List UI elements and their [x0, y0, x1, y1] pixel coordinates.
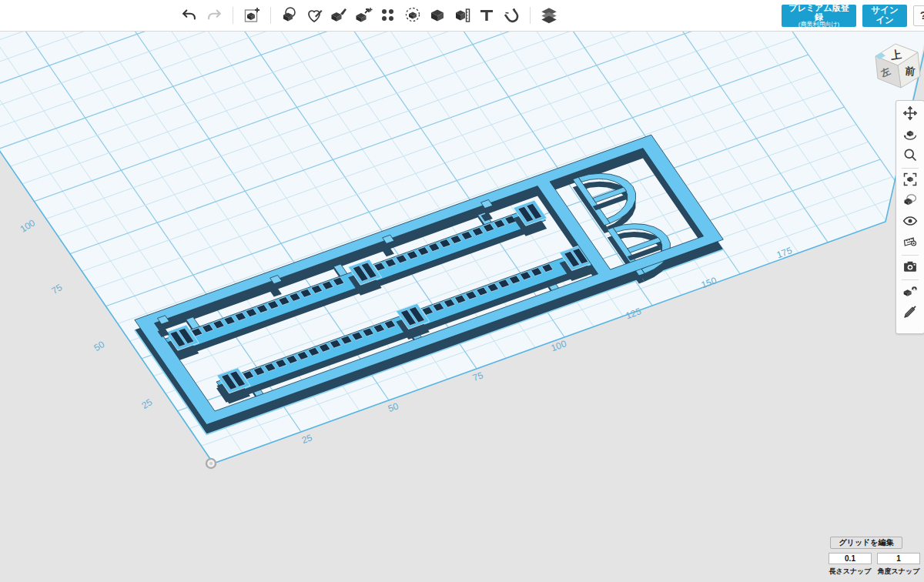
tools-group [277, 5, 524, 26]
svg-text:50: 50 [387, 400, 400, 414]
view-cube-front-label[interactable]: 前 [905, 65, 916, 77]
view-cube-top-label[interactable]: 上 [889, 48, 902, 62]
keyboard-eye-icon [902, 234, 918, 253]
history-group [177, 5, 226, 26]
signin-button[interactable]: サインイン [862, 5, 907, 27]
pan-button[interactable] [899, 104, 922, 125]
duplicate-button[interactable] [241, 5, 263, 26]
zoom-button[interactable] [899, 146, 922, 166]
cube-arrow-icon [354, 6, 373, 25]
notes-disabled-button[interactable] [899, 303, 922, 323]
tinkercad-editor: { "header": { "premium_button": {"line1"… [0, 0, 924, 582]
redo-button[interactable] [203, 5, 225, 26]
premium-sublabel: (商業利用向け) [798, 22, 840, 28]
viewport-canvas[interactable]: 255075100125150175100755025200 [0, 0, 924, 582]
shortcuts-button[interactable] [899, 232, 922, 253]
magnet-tool-button[interactable] [500, 5, 522, 26]
workplane[interactable] [0, 0, 924, 463]
header-actions: プレミアム版登録 (商業利用向け) サインイン ? [782, 0, 924, 31]
toolbar-separator [233, 7, 233, 24]
view-tools-sidebar [896, 100, 924, 334]
pan-icon [902, 105, 918, 124]
group-cube-icon [280, 6, 299, 25]
array-tool-button[interactable] [377, 5, 399, 26]
move-tool-button[interactable] [353, 5, 374, 26]
svg-text:75: 75 [50, 282, 65, 296]
workplane-layers-button[interactable] [538, 5, 560, 26]
toolbar-separator [530, 7, 531, 24]
duplicate-icon [243, 6, 261, 25]
fit-view-icon [902, 172, 918, 190]
paint-tool-button[interactable] [328, 5, 350, 26]
undo-button[interactable] [179, 5, 200, 26]
sketch-tool-button[interactable] [303, 5, 325, 26]
group-tool-button[interactable] [279, 5, 300, 26]
grid-settings-widget: グリッドを編集 長さスナップ 角度スナップ [829, 537, 921, 577]
svg-text:25: 25 [300, 432, 314, 446]
help-button[interactable]: ? [913, 5, 924, 26]
pencil-slash-icon [902, 304, 918, 323]
select-region-button[interactable] [402, 5, 424, 26]
select-cube-icon [403, 6, 422, 25]
sidebar-separator [902, 255, 919, 256]
eye-icon [902, 213, 918, 232]
text-icon [477, 6, 496, 25]
svg-text:75: 75 [471, 370, 485, 383]
redo-icon [206, 7, 223, 24]
orbit-icon [902, 126, 918, 145]
sidebar-separator [902, 168, 919, 169]
svg-text:50: 50 [92, 339, 107, 353]
camera-icon [902, 259, 918, 277]
view-cube[interactable]: 上 前 左 [867, 35, 924, 97]
orbit-button[interactable] [899, 125, 922, 146]
svg-text:100: 100 [18, 217, 38, 235]
heart-pencil-icon [305, 6, 323, 25]
text-tool-button[interactable] [476, 5, 497, 26]
solid-cube-icon [428, 6, 447, 25]
angle-snap-input[interactable] [877, 553, 920, 564]
premium-signup-button[interactable]: プレミアム版登録 (商業利用向け) [782, 5, 856, 27]
premium-label: プレミアム版登録 [786, 3, 852, 22]
angle-snap-label: 角度スナップ [878, 567, 920, 577]
edit-grid-button[interactable]: グリッドを編集 [830, 537, 902, 549]
workplane-origin-handle[interactable] [206, 459, 216, 468]
fit-view-button[interactable] [899, 170, 922, 191]
sidebar-separator [902, 279, 919, 280]
measure-tool-button[interactable] [451, 5, 473, 26]
magnet-icon [502, 6, 521, 25]
cube-ruler-icon [453, 6, 471, 25]
visibility-button[interactable] [899, 212, 922, 232]
perspective-toggle-button[interactable] [899, 191, 922, 212]
length-snap-group: 長さスナップ [829, 553, 872, 577]
solid-tool-button[interactable] [427, 5, 448, 26]
view-cube-body[interactable]: 上 前 左 [875, 44, 920, 88]
screenshot-button[interactable] [899, 257, 922, 278]
layers-icon [539, 5, 559, 25]
cube-magnet-icon [902, 283, 918, 302]
top-toolbar: プレミアム版登録 (商業利用向け) サインイン ? [0, 0, 924, 32]
toolbar-separator [270, 7, 271, 24]
snap-row: 長さスナップ 角度スナップ [829, 553, 921, 577]
svg-text:25: 25 [140, 396, 155, 411]
cube-brush-icon [330, 6, 348, 25]
length-snap-label: 長さスナップ [829, 567, 871, 577]
align-magnet-button[interactable] [899, 282, 922, 303]
perspective-icon [902, 192, 918, 211]
pattern-dots-icon [379, 6, 397, 25]
magnifier-icon [902, 147, 918, 166]
length-snap-input[interactable] [829, 553, 872, 564]
undo-icon [181, 7, 198, 24]
angle-snap-group: 角度スナップ [877, 553, 920, 577]
